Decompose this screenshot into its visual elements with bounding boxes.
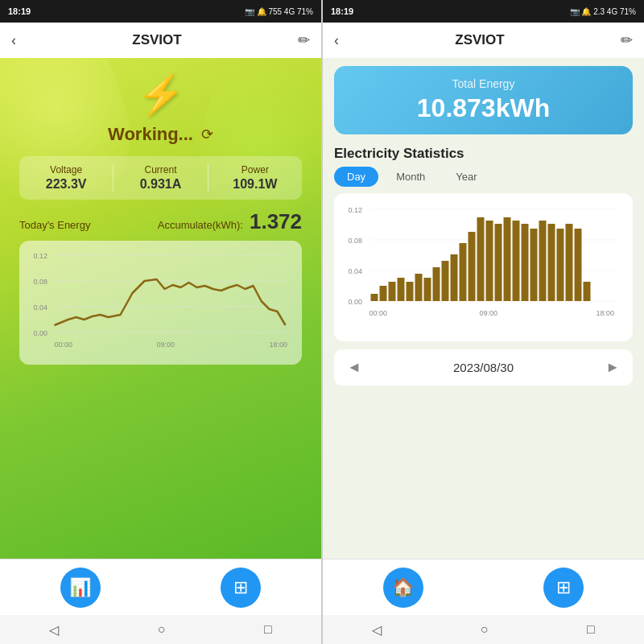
grid-icon: ⊞ <box>233 577 248 598</box>
nav-home-button[interactable]: 🏠 <box>383 568 423 608</box>
edit-button-right[interactable]: ✏ <box>621 31 633 49</box>
svg-rect-22 <box>371 294 378 301</box>
sys-nav-left: ◁ ○ □ <box>0 615 321 644</box>
energy-row: Today's Energy Accumulate(kWh): 1.372 <box>19 209 302 234</box>
period-tabs: Day Month Year <box>334 167 633 187</box>
home-sys-left[interactable]: ○ <box>158 622 166 637</box>
date-nav: ◄ 2023/08/30 ► <box>334 349 633 386</box>
home-icon: 🏠 <box>392 577 414 598</box>
bolt-icon: ⚡ <box>137 72 185 118</box>
back-button-left[interactable]: ‹ <box>11 32 16 49</box>
svg-rect-43 <box>557 229 564 301</box>
content-left: ⚡ Working... ⟳ Voltage 223.3V Current 0.… <box>0 58 321 559</box>
svg-text:09:00: 09:00 <box>480 309 498 317</box>
time-right: 18:19 <box>331 6 353 16</box>
status-icons-left: 📷 🔔 755 4G 71% <box>245 7 313 16</box>
svg-text:18:00: 18:00 <box>269 341 287 349</box>
edit-button-left[interactable]: ✏ <box>298 31 310 49</box>
svg-text:0.08: 0.08 <box>33 278 47 286</box>
nav-grid-button[interactable]: ⊞ <box>221 568 261 608</box>
date-prev-arrow[interactable]: ◄ <box>347 359 361 376</box>
svg-rect-28 <box>424 278 431 301</box>
sys-nav-right: ◁ ○ □ <box>323 615 644 644</box>
svg-rect-39 <box>522 224 529 301</box>
svg-rect-33 <box>469 232 476 301</box>
svg-rect-26 <box>407 282 414 301</box>
energy-accum: Accumulate(kWh): <box>158 219 243 231</box>
svg-rect-46 <box>584 282 591 301</box>
svg-text:00:00: 00:00 <box>369 309 388 317</box>
current-label: Current <box>144 164 176 175</box>
svg-rect-23 <box>380 286 387 301</box>
back-sys-left[interactable]: ◁ <box>49 622 59 638</box>
total-energy-card: Total Energy 10.873kWh <box>334 66 633 134</box>
tab-day[interactable]: Day <box>334 167 378 187</box>
working-text: Working... <box>108 124 193 145</box>
status-bar-left: 18:19 📷 🔔 755 4G 71% <box>0 0 321 23</box>
status-bar-right: 18:19 📷 🔔 2.3 4G 71% <box>323 0 644 23</box>
svg-text:0.12: 0.12 <box>349 206 363 214</box>
nav-grid-button-right[interactable]: ⊞ <box>543 568 584 608</box>
metric-voltage: Voltage 223.3V <box>19 164 114 192</box>
recent-sys-right[interactable]: □ <box>587 622 595 637</box>
metrics-row: Voltage 223.3V Current 0.931A Power 109.… <box>19 156 302 200</box>
nav-bar-left: 📊 ⊞ <box>0 559 321 615</box>
svg-rect-31 <box>451 254 458 301</box>
svg-text:18:00: 18:00 <box>597 309 615 317</box>
svg-rect-41 <box>539 221 547 301</box>
recent-sys-left[interactable]: □ <box>264 622 272 637</box>
back-button-right[interactable]: ‹ <box>334 32 339 49</box>
energy-label: Today's Energy <box>19 219 158 231</box>
back-sys-right[interactable]: ◁ <box>372 622 382 638</box>
svg-rect-25 <box>398 278 405 301</box>
app-title-right: ZSVIOT <box>455 32 504 48</box>
total-energy-label: Total Energy <box>347 77 620 90</box>
refresh-icon[interactable]: ⟳ <box>201 126 213 143</box>
svg-text:0.00: 0.00 <box>33 329 47 337</box>
working-row: Working... ⟳ <box>108 124 213 145</box>
nav-stats-button[interactable]: 📊 <box>60 568 101 608</box>
content-right: Total Energy 10.873kWh Electricity Stati… <box>323 58 644 559</box>
svg-text:09:00: 09:00 <box>156 341 175 349</box>
stats-icon: 📊 <box>69 577 91 598</box>
app-header-left: ‹ ZSVIOT ✏ <box>0 23 321 58</box>
svg-rect-29 <box>433 267 440 301</box>
electricity-stats-title: Electricity Statistics <box>334 146 633 162</box>
svg-text:0.04: 0.04 <box>33 303 47 312</box>
svg-rect-34 <box>477 217 485 301</box>
svg-rect-45 <box>575 229 582 301</box>
time-left: 18:19 <box>8 6 31 16</box>
svg-rect-32 <box>460 243 467 301</box>
right-bar-chart: 0.12 0.08 0.04 0.00 00:00 09:00 18:00 <box>344 201 623 330</box>
tab-month[interactable]: Month <box>383 167 438 187</box>
svg-rect-24 <box>389 282 396 301</box>
right-chart-card: 0.12 0.08 0.04 0.00 00:00 09:00 18:00 <box>334 193 633 341</box>
svg-rect-40 <box>530 229 538 301</box>
svg-rect-30 <box>442 261 449 301</box>
svg-rect-44 <box>566 224 573 301</box>
home-sys-right[interactable]: ○ <box>481 622 489 637</box>
svg-text:0.04: 0.04 <box>349 267 363 275</box>
svg-text:0.12: 0.12 <box>33 252 47 260</box>
left-phone: 18:19 📷 🔔 755 4G 71% ‹ ZSVIOT ✏ ⚡ Workin… <box>0 0 321 644</box>
grid-icon-right: ⊞ <box>556 577 571 598</box>
app-title-left: ZSVIOT <box>132 32 181 48</box>
date-next-arrow[interactable]: ► <box>605 359 620 376</box>
voltage-label: Voltage <box>50 164 82 175</box>
nav-bar-right: 🏠 ⊞ <box>323 559 644 615</box>
left-chart-card: 0.12 0.08 0.04 0.00 00:00 09:00 18:00 <box>19 241 302 365</box>
voltage-value: 223.3V <box>46 177 87 192</box>
svg-rect-38 <box>513 221 520 301</box>
power-value: 109.1W <box>233 177 277 192</box>
tab-year[interactable]: Year <box>443 167 489 187</box>
energy-value: 1.372 <box>250 209 302 234</box>
svg-rect-37 <box>504 217 511 301</box>
svg-rect-27 <box>415 274 423 301</box>
svg-rect-35 <box>486 221 493 301</box>
svg-text:00:00: 00:00 <box>54 341 72 349</box>
date-text: 2023/08/30 <box>453 361 514 374</box>
svg-rect-42 <box>548 224 555 301</box>
total-energy-value: 10.873kWh <box>347 93 620 123</box>
svg-rect-36 <box>495 224 502 301</box>
svg-text:0.00: 0.00 <box>349 298 363 306</box>
